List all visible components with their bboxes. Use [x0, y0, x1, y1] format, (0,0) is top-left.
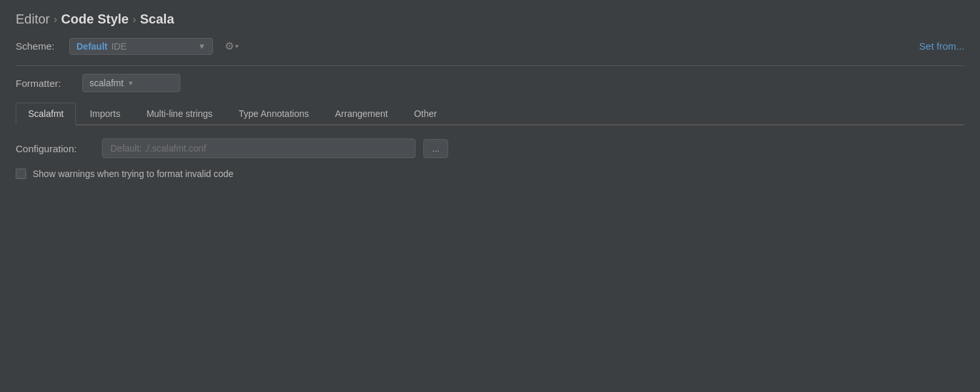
- tab-imports[interactable]: Imports: [77, 103, 133, 124]
- formatter-value: scalafmt: [90, 78, 123, 88]
- configuration-browse-button[interactable]: ...: [423, 139, 448, 158]
- tabs-container: Scalafmt Imports Multi-line strings Type…: [16, 103, 964, 125]
- formatter-dropdown[interactable]: scalafmt ▾: [82, 74, 180, 92]
- tab-type-annotations[interactable]: Type Annotations: [226, 103, 321, 124]
- warnings-checkbox[interactable]: [16, 169, 26, 179]
- breadcrumb-editor: Editor: [16, 12, 50, 27]
- tab-scalafmt[interactable]: Scalafmt: [16, 103, 76, 125]
- scheme-name: Default: [76, 41, 107, 52]
- settings-page: Editor › Code Style › Scala Scheme: Defa…: [0, 0, 980, 392]
- formatter-label: Formatter:: [16, 78, 74, 89]
- scheme-row: Scheme: Default IDE ▼ ⚙ ▾ Set from...: [16, 37, 964, 55]
- breadcrumb-separator-2: ›: [133, 14, 136, 25]
- scheme-dropdown[interactable]: Default IDE ▼: [69, 38, 213, 55]
- scheme-dropdown-arrow-icon: ▼: [198, 42, 206, 51]
- tab-arrangement[interactable]: Arrangement: [323, 103, 400, 124]
- formatter-row: Formatter: scalafmt ▾: [16, 74, 964, 92]
- warnings-checkbox-label: Show warnings when trying to format inva…: [33, 169, 233, 179]
- gear-icon: ⚙: [225, 40, 234, 52]
- gear-button[interactable]: ⚙ ▾: [221, 37, 242, 55]
- breadcrumb-scala: Scala: [140, 12, 174, 27]
- scheme-type: IDE: [111, 41, 126, 52]
- breadcrumb-separator-1: ›: [54, 14, 57, 25]
- configuration-input[interactable]: [102, 139, 416, 158]
- gear-dropdown-arrow-icon: ▾: [235, 42, 238, 50]
- tab-multi-line-strings[interactable]: Multi-line strings: [134, 103, 225, 124]
- breadcrumb-code-style: Code Style: [61, 12, 129, 27]
- set-from-link[interactable]: Set from...: [919, 41, 964, 52]
- formatter-dropdown-arrow-icon: ▾: [129, 78, 133, 88]
- tab-other[interactable]: Other: [402, 103, 449, 124]
- configuration-row: Configuration: ...: [16, 139, 964, 158]
- divider-1: [16, 65, 964, 66]
- scheme-label: Scheme:: [16, 41, 61, 52]
- checkbox-row: Show warnings when trying to format inva…: [16, 169, 964, 179]
- breadcrumb: Editor › Code Style › Scala: [16, 12, 964, 27]
- configuration-label: Configuration:: [16, 143, 94, 154]
